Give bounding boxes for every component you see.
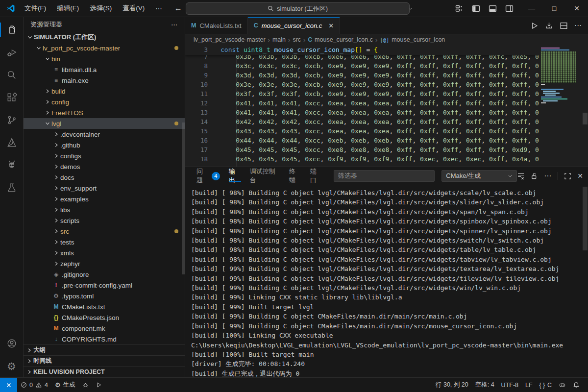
tree-item[interactable]: FreeRTOS [24, 107, 185, 118]
menu-view[interactable]: 查看(V) [117, 4, 150, 13]
tree-item[interactable]: ◈.gitignore [24, 269, 185, 280]
sticky-scroll-line[interactable]: 3const uint8_t mouse_cursor_icon_map[] =… [185, 45, 539, 55]
tree-item[interactable]: Mcomponent.mk [24, 323, 185, 334]
tree-item[interactable]: build [24, 86, 185, 97]
notifications-bell-icon[interactable] [569, 382, 583, 389]
tree-item[interactable]: .github [24, 140, 185, 150]
language-status[interactable]: { } C [536, 382, 555, 389]
tree-item[interactable]: lvgl [24, 118, 185, 129]
panel-tab-调试控制台[interactable]: 调试控制台 [245, 167, 285, 185]
tree-item[interactable]: tests [24, 237, 185, 247]
problems-status[interactable]: 0 4 [17, 378, 51, 392]
sidebar-section-时间线[interactable]: 时间线 [24, 355, 185, 366]
activity-extensions-icon[interactable] [0, 86, 24, 109]
minimap[interactable] [539, 45, 582, 167]
tree-item[interactable]: zephyr [24, 258, 185, 269]
encoding-status[interactable]: UTF-8 [498, 382, 522, 389]
activity-explorer-icon[interactable] [0, 19, 24, 41]
menu-file[interactable]: 文件(F) [19, 4, 51, 13]
activity-cmake-icon[interactable] [0, 131, 24, 154]
tree-item[interactable]: demos [24, 161, 185, 172]
lock-output-icon[interactable] [531, 172, 538, 180]
toggle-sidebar-icon[interactable] [468, 4, 483, 13]
activity-run-debug-icon[interactable] [0, 41, 24, 64]
output-channel-select[interactable]: CMake/生成 [441, 170, 517, 182]
copilot-status[interactable] [555, 381, 569, 389]
split-editor-icon[interactable] [557, 19, 570, 32]
tree-item[interactable]: libs [24, 204, 185, 215]
output-console[interactable]: [build] [ 98%] Building C object lvgl/CM… [185, 185, 582, 377]
panel-more-icon[interactable]: ⋯ [544, 172, 552, 180]
tree-item[interactable]: xmls [24, 247, 185, 258]
menu-edit[interactable]: 编辑(E) [51, 4, 84, 13]
activity-settings-icon[interactable]: ⚙ [0, 355, 24, 377]
tree-item[interactable]: docs [24, 172, 185, 183]
tree-item[interactable]: src [24, 226, 185, 237]
breadcrumb-item[interactable]: lv_port_pc_vscode-master [194, 36, 266, 43]
tree-item[interactable]: configs [24, 150, 185, 161]
tree-item[interactable]: SIMULATOR (工作区) [24, 32, 185, 43]
editor-tab[interactable]: Cmouse_cursor_icon.c✕ [248, 17, 341, 34]
clear-output-icon[interactable] [517, 172, 525, 180]
command-center-search[interactable]: simulator (工作区) [186, 2, 410, 15]
breadcrumb-item[interactable]: main [272, 36, 286, 43]
toggle-panel-icon[interactable] [485, 4, 500, 13]
explorer-more-icon[interactable]: ⋯ [171, 21, 178, 28]
tree-item[interactable]: scripts [24, 215, 185, 226]
output-filter-input[interactable]: 筛选器 [334, 170, 435, 182]
minimize-button[interactable]: — [520, 0, 543, 17]
menu-selection[interactable]: 选择(S) [84, 4, 117, 13]
toggle-secondary-sidebar-icon[interactable] [502, 4, 516, 13]
maximize-panel-icon[interactable] [564, 172, 571, 180]
run-below-icon[interactable] [542, 19, 556, 32]
indentation-status[interactable]: 空格: 4 [472, 381, 498, 389]
tree-item[interactable]: ≡libmain.dll.a [24, 64, 185, 75]
activity-source-control-icon[interactable] [0, 109, 24, 131]
panel-tab-终端[interactable]: 终端 [285, 167, 306, 185]
panel-tab-问题[interactable]: 问题4 [192, 167, 224, 185]
cmake-debug-button[interactable] [79, 378, 92, 392]
tree-item[interactable]: .devcontainer [24, 129, 185, 140]
sidebar-scrollbar[interactable] [182, 122, 185, 274]
close-button[interactable]: ✕ [565, 0, 588, 17]
customize-layout-icon[interactable] [452, 4, 466, 12]
breadcrumb-item[interactable]: mouse_cursor_icon [392, 36, 445, 43]
tree-item[interactable]: examples [24, 194, 185, 204]
panel-scrollbar[interactable] [583, 187, 588, 250]
cmake-launch-button[interactable] [92, 378, 105, 392]
nav-back-icon[interactable]: ← [174, 4, 182, 13]
breadcrumb-item[interactable]: mouse_cursor_icon.c [315, 36, 373, 43]
run-file-icon[interactable] [527, 19, 541, 32]
tree-item[interactable]: !.pre-commit-config.yaml [24, 280, 185, 291]
tree-item[interactable]: ⚙.typos.toml [24, 291, 185, 301]
code-editor[interactable]: 7 0x3b, 0x3b, 0x3b, 0xcb, 0xe6, 0xe6, 0x… [185, 45, 588, 167]
tab-close-icon[interactable]: ✕ [328, 22, 334, 29]
breadcrumb-item[interactable]: src [293, 36, 301, 43]
cmake-build-button[interactable]: ⚙ 生成 [51, 378, 79, 392]
tree-item[interactable]: env_support [24, 183, 185, 194]
maximize-button[interactable]: □ [543, 0, 565, 17]
activity-search-icon[interactable] [0, 64, 24, 86]
activity-account-icon[interactable] [0, 332, 24, 355]
remote-indicator[interactable] [0, 378, 17, 392]
activity-robot-icon[interactable] [0, 154, 24, 176]
menu-more[interactable]: ⋯ [150, 4, 168, 12]
editor-scrollbar[interactable] [582, 45, 588, 167]
tree-item[interactable]: bin [24, 53, 185, 64]
panel-tab-端口[interactable]: 端口 [306, 167, 327, 185]
sidebar-section-大纲[interactable]: 大纲 [24, 344, 185, 355]
editor-tab[interactable]: MCMakeLists.txt [185, 17, 248, 34]
tree-item[interactable]: {}CMakePresets.json [24, 312, 185, 323]
activity-test-flask-icon[interactable] [0, 176, 24, 199]
tree-item[interactable]: MCMakeLists.txt [24, 301, 185, 312]
sidebar-section-KEIL UVISION PROJECT[interactable]: KEIL UVISION PROJECT [24, 366, 185, 377]
panel-tab-输出[interactable]: 输出 [224, 167, 245, 185]
tree-item[interactable]: config [24, 97, 185, 107]
tree-item[interactable]: ↓COPYRIGHTS.md [24, 334, 185, 344]
eol-status[interactable]: LF [522, 382, 536, 389]
close-panel-icon[interactable]: ✕ [577, 172, 583, 180]
tree-item[interactable]: lv_port_pc_vscode-master [24, 43, 185, 53]
tree-item[interactable]: ≡main.exe [24, 75, 185, 86]
cursor-position[interactable]: 行 30, 列 20 [432, 381, 472, 389]
editor-more-icon[interactable]: ⋯ [571, 19, 585, 32]
